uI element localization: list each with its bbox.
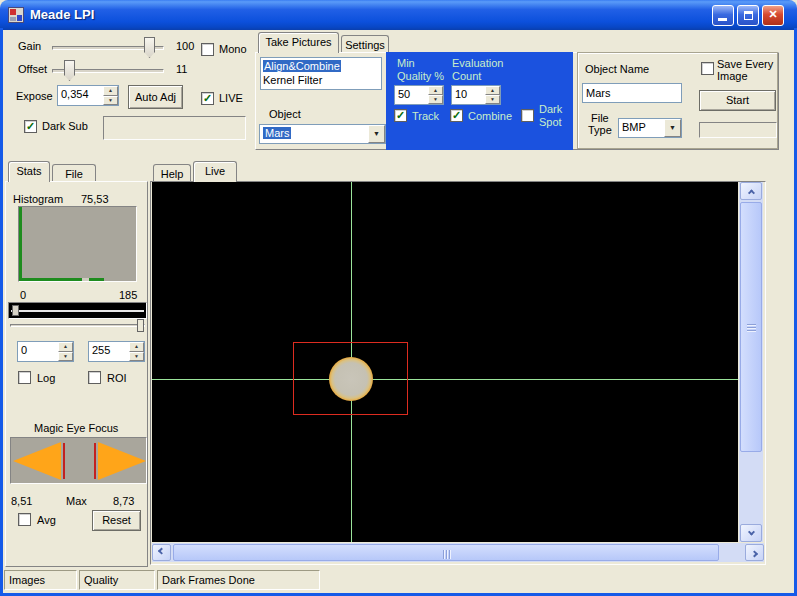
min-quality-spin-down-icon[interactable]: ▼ xyxy=(428,95,443,104)
vscroll-thumb[interactable] xyxy=(740,202,762,452)
gain-label: Gain xyxy=(18,40,41,53)
auto-adj-button[interactable]: Auto Adj xyxy=(128,85,183,109)
black-point-spin-down-icon[interactable]: ▼ xyxy=(58,352,73,362)
list-item-align-combine[interactable]: Align&Combine xyxy=(261,59,381,73)
scroll-left-button[interactable] xyxy=(152,544,171,561)
close-button[interactable]: ✕ xyxy=(762,5,784,26)
scroll-left-icon xyxy=(158,548,165,555)
scroll-right-button[interactable] xyxy=(745,544,764,561)
min-quality-spin-up-icon[interactable]: ▲ xyxy=(428,86,443,95)
live-image-canvas[interactable] xyxy=(152,182,738,542)
expose-spin-up-icon[interactable]: ▲ xyxy=(103,86,118,96)
dark-sub-checkbox[interactable]: ✓ xyxy=(24,120,37,133)
min-quality-label-line2: Quality % xyxy=(397,70,444,83)
magic-eye-right-marker xyxy=(94,443,96,479)
black-point-spin-up-icon[interactable]: ▲ xyxy=(58,342,73,352)
viewer-hscrollbar[interactable] xyxy=(152,543,764,562)
live-label: LIVE xyxy=(219,92,243,105)
magic-eye-left-triangle-icon xyxy=(13,442,61,480)
scroll-up-button[interactable] xyxy=(740,182,762,200)
crosshair-horizontal xyxy=(152,379,738,380)
title-bar[interactable]: Meade LPI ✕ xyxy=(0,0,797,30)
object-name-label: Object Name xyxy=(585,63,649,76)
scroll-down-button[interactable] xyxy=(740,524,762,542)
reset-button[interactable]: Reset xyxy=(92,510,141,531)
log-checkbox[interactable]: ✓ xyxy=(18,371,31,384)
log-label: Log xyxy=(37,372,55,385)
eval-count-value[interactable]: 10 xyxy=(452,86,485,104)
dark-sub-display xyxy=(103,116,246,140)
object-name-input[interactable] xyxy=(582,83,682,103)
expose-value[interactable]: 0,354 xyxy=(58,86,103,105)
track-label: Track xyxy=(412,110,439,123)
range-max-label: 185 xyxy=(119,289,137,302)
hscroll-thumb[interactable] xyxy=(173,544,719,561)
object-combo-dropdown-icon[interactable]: ▼ xyxy=(368,125,385,143)
object-value: Mars xyxy=(263,127,291,139)
scroll-up-icon xyxy=(747,189,754,196)
min-quality-value[interactable]: 50 xyxy=(395,86,428,104)
hscroll-grip-icon xyxy=(443,550,451,559)
eval-count-spin-down-icon[interactable]: ▼ xyxy=(485,95,500,104)
minimize-icon xyxy=(718,18,727,21)
eval-count-spin-up-icon[interactable]: ▲ xyxy=(485,86,500,95)
offset-slider-thumb[interactable] xyxy=(64,60,75,81)
white-point-value[interactable]: 255 xyxy=(89,342,129,361)
white-point-spinner[interactable]: 255 ▲ ▼ xyxy=(88,341,145,362)
tab-file[interactable]: File xyxy=(52,164,96,182)
mono-checkbox[interactable]: ✓ xyxy=(201,43,214,56)
tab-settings[interactable]: Settings xyxy=(341,35,389,53)
list-item-kernel-filter[interactable]: Kernel Filter xyxy=(261,73,381,87)
offset-slider[interactable] xyxy=(52,60,164,82)
gain-slider[interactable] xyxy=(52,37,164,59)
file-type-dropdown-icon[interactable]: ▼ xyxy=(664,119,681,137)
tab-stats[interactable]: Stats xyxy=(8,161,50,182)
tab-live[interactable]: Live xyxy=(193,161,237,182)
gain-slider-thumb[interactable] xyxy=(144,37,155,58)
black-level-track xyxy=(11,310,144,312)
dark-sub-label: Dark Sub xyxy=(42,120,88,133)
black-level-thumb[interactable] xyxy=(12,305,19,316)
avg-checkbox[interactable]: ✓ xyxy=(18,513,31,526)
histogram-tick xyxy=(82,278,89,281)
tab-take-pictures[interactable]: Take Pictures xyxy=(258,32,339,53)
status-dark-frames: Dark Frames Done xyxy=(157,570,320,590)
viewer-vscrollbar[interactable] xyxy=(739,182,763,542)
min-quality-spinner[interactable]: 50 ▲ ▼ xyxy=(394,85,444,105)
avg-label: Avg xyxy=(37,514,56,527)
mono-label: Mono xyxy=(219,43,247,56)
maximize-button[interactable] xyxy=(737,5,759,26)
dark-spot-label-line1: Dark xyxy=(539,103,562,116)
track-checkbox[interactable]: ✓ xyxy=(394,109,407,122)
expose-spin-down-icon[interactable]: ▼ xyxy=(103,96,118,106)
offset-value: 11 xyxy=(176,63,187,76)
combine-checkbox[interactable]: ✓ xyxy=(450,109,463,122)
tab-help[interactable]: Help xyxy=(153,164,191,182)
dark-spot-checkbox[interactable]: ✓ xyxy=(521,109,534,122)
white-point-spin-up-icon[interactable]: ▲ xyxy=(129,342,144,352)
black-level-slider[interactable] xyxy=(8,302,147,319)
status-quality: Quality xyxy=(79,570,155,590)
white-level-thumb[interactable] xyxy=(137,319,144,332)
black-point-value[interactable]: 0 xyxy=(18,342,58,361)
eval-count-label-line1: Evaluation xyxy=(452,57,503,70)
dark-spot-label-line2: Spot xyxy=(539,116,562,129)
focus-max-label: Max xyxy=(66,495,87,508)
eval-count-spinner[interactable]: 10 ▲ ▼ xyxy=(451,85,501,105)
object-combo[interactable]: Mars ▼ xyxy=(259,124,386,144)
black-point-spinner[interactable]: 0 ▲ ▼ xyxy=(17,341,74,362)
start-button[interactable]: Start xyxy=(699,90,776,111)
roi-checkbox[interactable]: ✓ xyxy=(88,371,101,384)
white-level-slider[interactable] xyxy=(10,318,145,334)
window-border-left xyxy=(0,28,3,596)
live-checkbox[interactable]: ✓ xyxy=(201,92,214,105)
file-type-combo[interactable]: BMP ▼ xyxy=(618,118,682,138)
expose-spinner[interactable]: 0,354 ▲ ▼ xyxy=(57,85,119,106)
minimize-button[interactable] xyxy=(712,5,734,26)
object-label: Object xyxy=(269,108,301,121)
min-quality-label-line1: Min xyxy=(397,57,415,70)
white-point-spin-down-icon[interactable]: ▼ xyxy=(129,352,144,362)
window-title: Meade LPI xyxy=(30,7,94,22)
save-every-checkbox[interactable]: ✓ xyxy=(701,62,714,75)
process-listbox[interactable]: Align&Combine Kernel Filter xyxy=(260,57,382,90)
